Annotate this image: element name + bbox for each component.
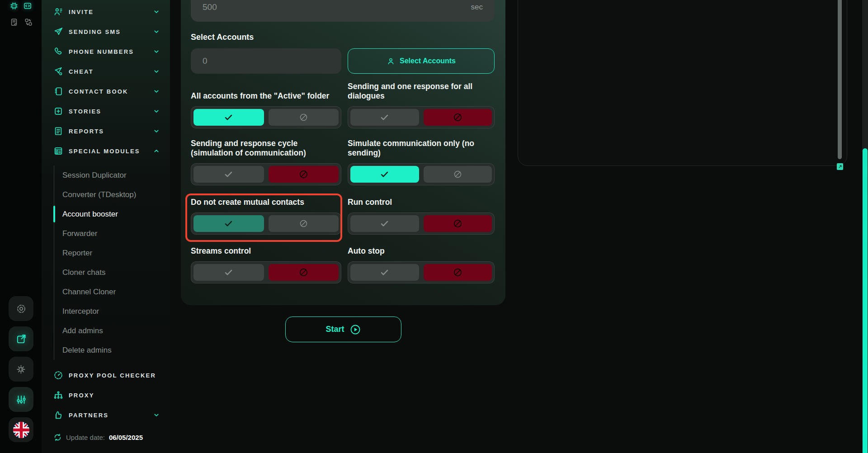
toggle-label: Streams control	[191, 246, 341, 256]
toggle-no-button[interactable]	[269, 109, 339, 126]
chevron-down-icon	[153, 127, 160, 135]
update-date-label: Update date:	[66, 434, 105, 441]
toggle-group-streams-control	[191, 261, 341, 283]
clipboard-check-icon[interactable]	[9, 18, 19, 27]
sidebar-item-label: PARTNERS	[69, 412, 108, 419]
sidebar-item-label: INVITE	[69, 9, 94, 15]
account-booster-form-panel: sec Select Accounts Select Accounts All …	[181, 0, 505, 305]
update-date-row: Update date: 06/05/2025	[42, 433, 170, 442]
select-accounts-button[interactable]: Select Accounts	[348, 48, 495, 74]
toggle-group-sending-and-one-response-for-all-dialogues	[348, 106, 495, 128]
toggle-yes-button[interactable]	[193, 215, 264, 232]
sidebar-item-special-modules[interactable]: SPECIAL MODULES	[42, 141, 170, 161]
chevron-down-icon	[153, 68, 160, 75]
submenu-item-interceptor[interactable]: Interceptor	[54, 302, 170, 321]
toggle-yes-button[interactable]	[350, 109, 419, 126]
sidebar-item-sending-sms[interactable]: SENDING SMS	[42, 22, 170, 42]
sidebar-item-contact-book[interactable]: CONTACT BOOK	[42, 81, 170, 101]
sidebar-item-proxy-pool-checker[interactable]: PROXY POOL CHECKER	[42, 365, 170, 385]
plane-icon	[53, 27, 63, 37]
toggle-group-auto-stop	[348, 261, 495, 283]
interval-field-wrap: sec	[191, 0, 495, 22]
sidebar-item-label: PROXY POOL CHECKER	[69, 372, 156, 379]
toggle-yes-button[interactable]	[350, 264, 419, 281]
resize-handle[interactable]	[837, 163, 843, 170]
sliders-button[interactable]	[9, 387, 33, 412]
toggle-group-simulate-communication-only-no-sending	[348, 163, 495, 185]
phone-icon	[53, 47, 63, 57]
play-icon	[349, 324, 361, 335]
chevron-down-icon	[153, 48, 160, 55]
sidebar-item-proxy[interactable]: PROXY	[42, 385, 170, 405]
code-icon[interactable]	[23, 1, 32, 10]
accounts-count-input[interactable]	[191, 48, 341, 74]
toggle-no-button[interactable]	[424, 264, 492, 281]
toggle-label: Run control	[348, 198, 495, 207]
toggle-no-button[interactable]	[269, 215, 339, 232]
update-date-value: 06/05/2025	[109, 434, 143, 441]
interval-unit-label: sec	[471, 3, 483, 12]
sidebar-item-reports[interactable]: REPORTS	[42, 121, 170, 141]
settings-button[interactable]	[9, 296, 33, 321]
language-flag-button[interactable]	[9, 417, 33, 442]
toggle-no-button[interactable]	[269, 166, 339, 183]
modules-icon	[53, 146, 63, 156]
cheat-icon	[53, 66, 63, 76]
submenu-item-channel-cloner[interactable]: Channel Cloner	[54, 282, 170, 302]
toggle-yes-button[interactable]	[350, 166, 419, 183]
sidebar-item-partners[interactable]: PARTNERS	[42, 405, 170, 425]
chevron-down-icon	[153, 28, 160, 35]
app-window: INVITESENDING SMSPHONE NUMBERSCHEATCONTA…	[0, 0, 868, 453]
chevron-down-icon	[153, 108, 160, 115]
toggle-no-button[interactable]	[424, 215, 492, 232]
toggle-label: All accounts from the "Active" folder	[191, 91, 341, 101]
submenu-item-session-duplicator[interactable]: Session Duplicator	[54, 165, 170, 185]
sidebar-item-label: REPORTS	[69, 128, 104, 135]
page-scrollbar-thumb[interactable]	[863, 148, 868, 453]
sidebar-item-invite[interactable]: INVITE	[42, 2, 170, 22]
submenu-item-converter-tdesktop[interactable]: Converter (TDesktop)	[54, 185, 170, 204]
toggle-no-button[interactable]	[424, 166, 492, 183]
gauge-icon	[53, 370, 63, 380]
toggle-group-run-control	[348, 212, 495, 235]
external-link-button[interactable]	[9, 326, 33, 351]
toggle-group-all-accounts-from-the-active-folder	[191, 106, 341, 128]
toggle-no-button[interactable]	[424, 109, 492, 126]
sidebar-item-label: PROXY	[69, 392, 94, 399]
submenu-item-account-booster[interactable]: Account booster	[54, 204, 170, 224]
submenu-item-delete-admins[interactable]: Delete admins	[54, 340, 170, 360]
sidebar-item-cheat[interactable]: CHEAT	[42, 61, 170, 81]
toggle-yes-button[interactable]	[193, 109, 264, 126]
select-accounts-label: Select Accounts	[191, 33, 254, 42]
toggle-group-do-not-create-mutual-contacts	[191, 212, 341, 235]
chevron-down-icon	[153, 411, 160, 419]
submenu-item-cloner-chats[interactable]: Cloner chats	[54, 263, 170, 282]
interval-input[interactable]	[191, 0, 495, 22]
page-scrollbar-track[interactable]	[862, 0, 868, 453]
sidebar-item-stories[interactable]: STORIES	[42, 101, 170, 121]
select-accounts-button-label: Select Accounts	[400, 57, 456, 65]
toggle-yes-button[interactable]	[193, 264, 264, 281]
toggle-no-button[interactable]	[269, 264, 339, 281]
submenu-item-add-admins[interactable]: Add admins	[54, 321, 170, 340]
toggle-yes-button[interactable]	[193, 166, 264, 183]
submenu-item-reporter[interactable]: Reporter	[54, 243, 170, 263]
sidebar-item-phone-numbers[interactable]: PHONE NUMBERS	[42, 42, 170, 61]
bot-icon[interactable]	[9, 1, 19, 10]
swap-icon[interactable]	[24, 18, 33, 27]
submenu-item-forwarder[interactable]: Forwarder	[54, 224, 170, 243]
chevron-down-icon	[153, 88, 160, 95]
panel-scrollbar-thumb[interactable]	[838, 0, 842, 159]
toggle-label: Sending and response cycle (simulation o…	[191, 139, 341, 158]
toggle-label: Simulate communication only (no sending)	[348, 139, 495, 158]
sidebar-item-label: CHEAT	[69, 68, 94, 75]
chevron-down-icon	[153, 8, 160, 15]
sidebar-item-label: STORIES	[69, 108, 101, 115]
network-icon	[53, 390, 63, 400]
sidebar-bottom-menu: PROXY POOL CHECKERPROXYPARTNERS	[42, 365, 170, 425]
start-button[interactable]: Start	[285, 316, 401, 342]
reports-icon	[53, 126, 63, 136]
theme-toggle-button[interactable]	[9, 357, 33, 382]
refresh-icon[interactable]	[53, 433, 62, 442]
toggle-yes-button[interactable]	[350, 215, 419, 232]
